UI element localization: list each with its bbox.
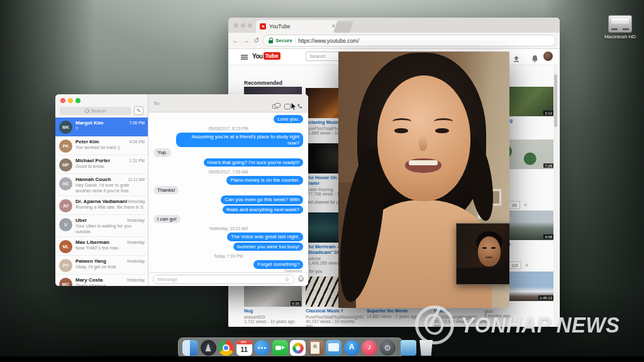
finder-icon[interactable] xyxy=(182,340,198,356)
avatar: MP xyxy=(59,158,72,172)
video-meta: 90,113,113 views - 10 months ago xyxy=(434,319,494,327)
mouse-cursor xyxy=(291,102,297,114)
conversation-row[interactable]: PY Paiwen Yang Yesterday Okay, I'll get … xyxy=(55,256,148,275)
contact-name: Max Liberman xyxy=(75,239,109,245)
conversation-row[interactable]: AV Dr. Aparna Vadlamani Yesterday Runnin… xyxy=(55,196,148,215)
message-row: finals and everything next week? xyxy=(153,206,303,214)
message-bubble[interactable]: Yup. xyxy=(153,148,171,156)
dock: MAY 11 xyxy=(178,337,402,358)
new-tab-button[interactable] xyxy=(333,21,353,33)
message-time: Yesterday xyxy=(127,199,145,204)
message-row: Yup. xyxy=(153,148,303,156)
photos-icon[interactable] xyxy=(290,340,306,356)
message-bubble[interactable]: Yesterday, 10:22 AM xyxy=(209,226,248,231)
message-row: Piano money is on the counter. xyxy=(153,176,303,184)
forward-icon[interactable]: → xyxy=(243,37,250,44)
url-bar[interactable]: Secure https://www.youtube.com/ xyxy=(263,35,556,47)
microphone-icon[interactable] xyxy=(297,275,304,283)
video-title[interactable]: Nug xyxy=(244,309,302,314)
message-time: Yesterday xyxy=(126,218,145,222)
message-input-bar: iMessage ☺ xyxy=(148,272,308,286)
video-title[interactable]: Superior the Movie xyxy=(367,309,425,314)
facetime-icon[interactable] xyxy=(272,340,288,356)
message-bubble[interactable]: Thanks! xyxy=(153,186,179,194)
video-channel[interactable]: PurePlusTotalPlusRelaxing951 xyxy=(306,315,362,319)
message-row: 05/05/2017, 7:05 AM xyxy=(153,170,303,175)
compose-icon[interactable]: ✎ xyxy=(134,106,143,115)
message-bubble[interactable]: Love you. xyxy=(274,115,303,123)
message-row: How's that going? I'm sure you're ready!… xyxy=(153,158,303,167)
dismiss-icon[interactable]: × xyxy=(524,202,527,208)
conversation-row[interactable]: PK Peter Kim 4:04 PM You worked so hard … xyxy=(55,136,148,155)
video-channel[interactable]: glish xyxy=(484,309,555,314)
contacts-icon[interactable] xyxy=(308,340,324,356)
upload-icon[interactable] xyxy=(513,53,520,65)
video-title[interactable]: Classical Music f xyxy=(306,309,362,314)
search-input[interactable]: Search xyxy=(60,107,131,115)
window-close-button[interactable] xyxy=(60,98,65,103)
messages-dock-icon[interactable] xyxy=(254,340,270,356)
youtube-logo[interactable]: You Tube xyxy=(252,52,280,60)
conversation-row[interactable]: MP Michael Porter 1:31 PM Good to know. xyxy=(55,155,148,174)
contact-name: Mary Costa xyxy=(75,277,103,283)
back-icon[interactable]: ← xyxy=(232,37,239,44)
launchpad-icon[interactable] xyxy=(201,340,216,356)
conversation-row[interactable]: ML Max Liberman Yesterday Now THAT's the… xyxy=(55,237,148,256)
macintosh-hd-icon[interactable]: Macintosh HD xyxy=(597,15,643,40)
teeth xyxy=(409,160,438,165)
message-bubble[interactable]: Assuming you're at a friend's place to s… xyxy=(176,133,303,147)
hard-drive-icon[interactable] xyxy=(608,15,632,33)
downloads-icon[interactable] xyxy=(401,340,416,356)
conversation-row[interactable]: U Uber Yesterday Your Uber is waiting fo… xyxy=(55,215,148,237)
message-bubble[interactable]: I can go! xyxy=(153,215,180,223)
itunes-icon[interactable] xyxy=(362,340,377,356)
emoji-icon[interactable]: ☺ xyxy=(284,277,290,282)
chrome-icon[interactable] xyxy=(218,340,234,356)
conversation-row[interactable]: MC Mary Costa Yesterday That's hilarious… xyxy=(55,275,148,286)
subscriber-count: 1M xyxy=(508,201,520,209)
imessage-input[interactable]: iMessage ☺ xyxy=(153,275,294,284)
scrollbar-thumb[interactable] xyxy=(554,74,557,127)
conversation-row[interactable]: HC Hannah Couch 11:11 AM Hey David, I'd … xyxy=(55,174,148,196)
message-bubble[interactable]: Forget something? xyxy=(253,260,303,268)
message-time: Yesterday xyxy=(126,240,145,244)
url-text[interactable]: https://www.youtube.com/ xyxy=(298,38,359,44)
message-bubble[interactable]: The Voice was great last night, xyxy=(227,233,303,241)
message-bubble[interactable]: Piano money is on the counter. xyxy=(226,176,303,184)
message-bubble[interactable]: finals and everything next week? xyxy=(223,206,303,214)
message-bubble[interactable]: 05/03/2017, 8:23 PM xyxy=(208,126,248,131)
message-bubble[interactable]: Today, 7:03 PM xyxy=(214,254,243,259)
app-store-icon[interactable] xyxy=(344,340,360,356)
notifications-bell-icon[interactable] xyxy=(531,53,538,65)
contact-name: Peter Kim xyxy=(75,139,99,145)
conversation-row[interactable]: MK Margot Kim 7:00 PM ? xyxy=(55,118,148,136)
message-bubble[interactable]: bummer you were too busy! xyxy=(233,243,303,251)
preview-icon[interactable] xyxy=(326,340,341,356)
avatar: ML xyxy=(59,240,72,253)
dismiss-icon[interactable]: × xyxy=(525,262,528,268)
phone-icon[interactable] xyxy=(297,101,303,112)
user-avatar[interactable] xyxy=(543,52,553,61)
message-bubble[interactable]: Can you even go this week? With xyxy=(221,195,303,204)
window-close-button[interactable] xyxy=(234,23,238,28)
window-zoom-button[interactable] xyxy=(75,98,80,103)
calendar-icon[interactable]: MAY 11 xyxy=(236,340,252,356)
menu-icon[interactable] xyxy=(241,55,248,60)
reload-icon[interactable]: ↺ xyxy=(253,37,259,44)
contact-name: Michael Porter xyxy=(75,158,110,163)
message-bubble[interactable]: How's that going? I'm sure you're ready!… xyxy=(204,158,303,167)
calendar-month: MAY xyxy=(236,340,252,344)
browser-tab-youtube[interactable]: YouTube × xyxy=(256,20,339,33)
window-minimize-button[interactable] xyxy=(68,98,73,103)
video-channel[interactable]: aneesh815 xyxy=(244,315,302,319)
video-meta: 19,862 views - 2 years ago xyxy=(367,314,425,319)
message-bubble[interactable]: 05/05/2017, 7:05 AM xyxy=(209,170,248,175)
window-minimize-button[interactable] xyxy=(241,23,245,28)
message-preview: Hey David, I'd love to grab another drin… xyxy=(75,182,145,194)
screenshare-icon[interactable] xyxy=(272,101,280,112)
system-preferences-icon[interactable] xyxy=(380,340,396,356)
window-zoom-button[interactable] xyxy=(248,23,252,28)
video-call-self-pip[interactable] xyxy=(456,223,509,285)
message-row: I can go! xyxy=(153,215,303,223)
scrollbar[interactable] xyxy=(553,65,558,327)
